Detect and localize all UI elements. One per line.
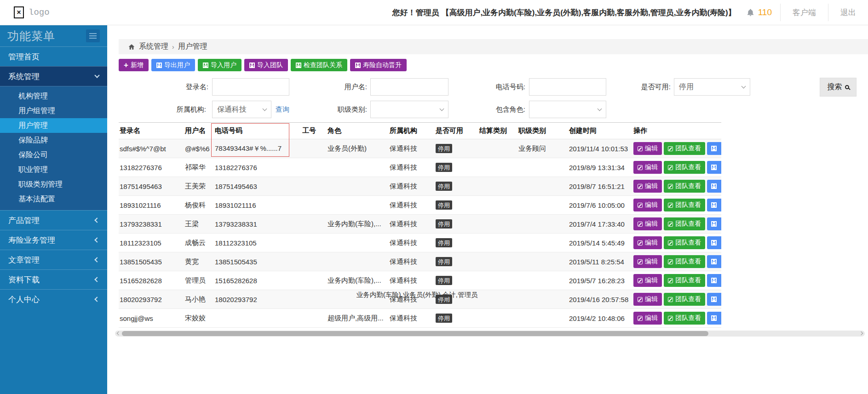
clipped-action-button[interactable] [707,293,721,306]
edit-button[interactable]: 编辑 [633,236,662,249]
sidebar-subitem-user-mgmt[interactable]: 用户管理 [0,118,107,133]
login-name-input[interactable] [212,78,289,96]
scrollbar-thumb[interactable] [122,331,708,336]
sidebar-item-life-insurance-mgmt[interactable]: 寿险业务管理 [0,230,107,250]
clipped-action-button[interactable] [707,312,721,325]
sidebar-subitem-occupation-mgmt[interactable]: 职业管理 [0,162,107,177]
rank-category-select[interactable] [370,101,448,118]
sidebar-subitem-rank-category-mgmt[interactable]: 职级类别管理 [0,177,107,192]
col-rank-type: 职级类别 [517,123,568,139]
edit-button[interactable]: 编辑 [633,161,662,174]
status-badge: 停用 [436,200,452,210]
team-view-button[interactable]: 团队查看 [664,274,705,287]
client-link[interactable]: 客户端 [781,7,828,18]
horizontal-scrollbar[interactable] [115,331,865,337]
breadcrumb-level1[interactable]: 系统管理 [139,42,168,51]
edit-button[interactable]: 编辑 [633,312,662,325]
edit-button[interactable]: 编辑 [633,180,662,193]
notification-button[interactable]: 110 [746,7,772,17]
toolbar: + 新增 导出用户 导入用户 导入团队 检查团队关系 寿险自动晋升 [119,59,868,71]
username-input[interactable] [370,78,448,96]
sidebar-subitem-insurance-brand[interactable]: 保险品牌 [0,133,107,148]
edit-icon [638,165,643,170]
edit-button[interactable]: 编辑 [633,274,662,287]
edit-icon [638,146,643,151]
clipped-action-button[interactable] [707,142,721,155]
breadcrumb: 系统管理 › 用户管理 [119,39,868,54]
edit-button[interactable]: 编辑 [633,293,662,306]
clipped-action-button[interactable] [707,180,721,193]
clipped-action-button[interactable] [707,255,721,268]
clipped-action-button[interactable] [707,274,721,287]
chevron-down-icon [440,107,444,111]
sidebar-item-label: 资料下载 [8,274,40,285]
team-view-button[interactable]: 团队查看 [664,255,705,268]
sidebar-item-label: 管理首页 [8,51,40,62]
team-view-button[interactable]: 团队查看 [664,180,705,193]
import-users-button[interactable]: 导入用户 [198,59,241,71]
team-view-button[interactable]: 团队查看 [664,312,705,325]
chevron-left-icon [94,217,99,223]
query-link[interactable]: 查询 [276,105,289,114]
include-role-select[interactable] [529,101,606,118]
save-icon [249,63,255,68]
edit-button[interactable]: 编辑 [633,255,662,268]
team-view-button[interactable]: 团队查看 [664,161,705,174]
sidebar-item-downloads[interactable]: 资料下载 [0,269,107,289]
team-view-button[interactable]: 团队查看 [664,236,705,249]
import-team-button[interactable]: 导入团队 [244,59,288,71]
edit-button[interactable]: 编辑 [633,217,662,230]
edit-icon [668,203,673,208]
edit-button[interactable]: 编辑 [633,142,662,155]
phone-input[interactable] [529,78,606,96]
sidebar-subitem-basic-law-config[interactable]: 基本法配置 [0,192,107,206]
sidebar-item-admin-home[interactable]: 管理首页 [0,46,107,66]
enabled-select[interactable]: 停用 [674,78,750,96]
sidebar-subitem-insurance-company[interactable]: 保险公司 [0,148,107,162]
save-icon [156,63,162,68]
team-view-button[interactable]: 团队查看 [664,293,705,306]
chevron-down-icon [263,107,267,111]
sidebar-item-product-mgmt[interactable]: 产品管理 [0,210,107,230]
edit-icon [638,297,643,302]
sidebar-item-label: 系统管理 [8,71,40,82]
scroll-left-arrow[interactable] [116,331,120,336]
status-badge: 停用 [436,238,452,247]
chevron-left-icon [94,297,99,302]
edit-icon [638,278,643,283]
table-row: 18931021116杨俊科 18931021116 保通科技 停用 2019/… [119,196,721,215]
export-users-button[interactable]: 导出用户 [151,59,195,71]
sidebar-title: 功能菜单 [7,29,55,44]
search-button[interactable]: 搜索 [820,78,857,97]
sidebar-subitem-institution-mgmt[interactable]: 机构管理 [0,89,107,103]
clipped-action-button[interactable] [707,236,721,249]
clipped-action-button[interactable] [707,161,721,174]
sidebar-subitem-user-group-mgmt[interactable]: 用户组管理 [0,103,107,118]
team-view-button[interactable]: 团队查看 [664,142,705,155]
edit-icon [668,316,673,321]
team-view-button[interactable]: 团队查看 [664,199,705,211]
clipped-action-button[interactable] [707,199,721,211]
check-team-relation-button[interactable]: 检查团队关系 [291,59,347,71]
logout-link[interactable]: 退出 [828,7,858,18]
edit-button[interactable]: 编辑 [633,199,662,211]
life-auto-promote-button[interactable]: 寿险自动晋升 [350,59,407,71]
team-view-button[interactable]: 团队查看 [664,217,705,230]
status-badge: 停用 [436,314,452,323]
save-icon [355,63,361,68]
sidebar-item-article-mgmt[interactable]: 文章管理 [0,250,107,269]
add-button[interactable]: + 新增 [119,59,149,71]
save-icon [711,240,717,246]
org-select[interactable]: 保通科技 [212,101,271,118]
sidebar-item-personal-center[interactable]: 个人中心 [0,289,107,309]
hamburger-icon[interactable] [86,29,100,42]
edit-icon [668,184,673,189]
logo[interactable]: ✕ logo [14,6,50,18]
greeting-text: 您好！管理员 【高级用户,业务内勤(车险),业务员(外勤),客服内勤,客服外勤,… [392,7,736,18]
user-table-wrapper: 登录名 用户名 电话号码 工号 角色 所属机构 是否可用 结算类别 职级类别 创… [119,122,721,328]
save-icon [711,221,717,227]
clipped-action-button[interactable] [707,217,721,230]
scroll-right-arrow[interactable] [860,331,864,336]
edit-icon [668,240,673,246]
sidebar-item-system-mgmt[interactable]: 系统管理 [0,66,107,86]
